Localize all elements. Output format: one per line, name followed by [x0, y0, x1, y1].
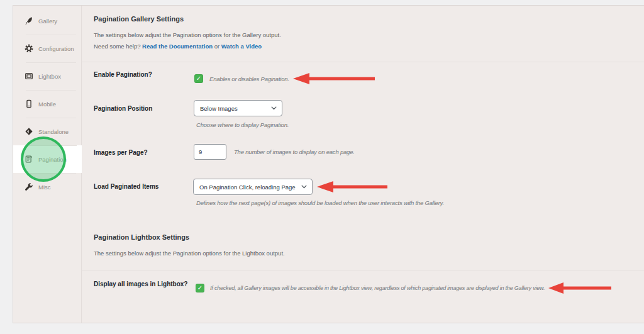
pagination-icon	[24, 155, 33, 164]
sidebar-item-label: Mobile	[38, 101, 56, 108]
images-per-page-input[interactable]	[194, 144, 226, 160]
help-conjunction: or	[214, 43, 219, 50]
red-arrow-annotation	[316, 179, 389, 195]
help-line: Need some help? Read the Documentation o…	[94, 41, 281, 52]
sidebar-item-standalone[interactable]: Standalone	[13, 118, 81, 145]
mobile-icon	[24, 99, 33, 109]
video-link[interactable]: Watch a Video	[221, 43, 262, 50]
load-paginated-items-description: Defines how the next page(s) of images s…	[196, 199, 444, 206]
sidebar-item-pagination[interactable]: Pagination	[13, 145, 82, 173]
sidebar-item-label: Pagination	[38, 156, 67, 163]
images-per-page-label: Images per Page?	[94, 149, 148, 156]
sidebar-item-mobile[interactable]: Mobile	[13, 90, 81, 118]
wrench-icon	[24, 182, 33, 192]
checkmark-icon: ✓	[196, 75, 201, 82]
checkmark-icon: ✓	[197, 284, 203, 291]
images-per-page-description: The number of images to display on each …	[234, 148, 355, 155]
header-divider	[81, 62, 644, 62]
red-arrow-annotation	[547, 280, 613, 296]
pagination-position-label: Pagination Position	[94, 105, 152, 112]
gallery-settings-description-line: The settings below adjust the Pagination…	[94, 30, 281, 41]
lightbox-settings-title: Pagination Lightbox Settings	[94, 233, 189, 241]
pagination-settings-content: Pagination Gallery Settings The settings…	[81, 6, 644, 323]
documentation-link[interactable]: Read the Documentation	[142, 43, 213, 50]
display-all-images-label: Display all images in Lightbox?	[94, 281, 187, 287]
gear-icon	[24, 44, 33, 53]
red-arrow-annotation	[292, 70, 376, 87]
chevron-down-icon	[271, 106, 277, 110]
load-paginated-items-label: Load Paginated Items	[94, 183, 158, 190]
gallery-settings-description: The settings below adjust the Pagination…	[94, 30, 281, 52]
leaf-icon	[24, 16, 33, 26]
chevron-down-icon	[301, 185, 307, 189]
pagination-position-description: Choose where to display Pagination.	[196, 121, 289, 128]
load-paginated-items-select[interactable]: On Pagination Click, reloading Page	[193, 179, 313, 195]
sidebar-item-label: Lightbox	[38, 73, 61, 80]
settings-panel: Gallery Configuration Lightbox Mobile St	[13, 5, 644, 323]
section-divider	[81, 270, 644, 270]
help-prefix: Need some help?	[94, 43, 140, 50]
sidebar-item-label: Configuration	[38, 45, 74, 52]
sidebar-item-label: Gallery	[38, 18, 57, 25]
sidebar-item-label: Standalone	[38, 128, 69, 135]
lightbox-settings-description: The settings below adjust the Pagination…	[94, 248, 285, 259]
sidebar-item-lightbox[interactable]: Lightbox	[13, 62, 81, 90]
sidebar-item-gallery[interactable]: Gallery	[13, 7, 81, 35]
pagination-position-value: Below Images	[200, 105, 238, 112]
enable-pagination-description: Enables or disables Pagination.	[209, 75, 289, 82]
enable-pagination-checkbox[interactable]: ✓	[194, 74, 203, 83]
settings-sidebar: Gallery Configuration Lightbox Mobile St	[13, 6, 82, 323]
sidebar-item-misc[interactable]: Misc	[13, 173, 81, 201]
enable-pagination-label: Enable Pagination?	[94, 71, 152, 78]
display-all-images-checkbox[interactable]: ✓	[196, 284, 204, 292]
load-paginated-items-value: On Pagination Click, reloading Page	[199, 184, 296, 191]
sidebar-item-configuration[interactable]: Configuration	[13, 35, 81, 62]
standalone-icon	[24, 127, 33, 136]
pagination-position-select[interactable]: Below Images	[194, 100, 282, 116]
lightbox-icon	[24, 72, 33, 81]
sidebar-item-label: Misc	[38, 184, 51, 191]
display-all-images-description: If checked, all Gallery images will be a…	[210, 285, 545, 291]
gallery-settings-title: Pagination Gallery Settings	[94, 15, 184, 23]
